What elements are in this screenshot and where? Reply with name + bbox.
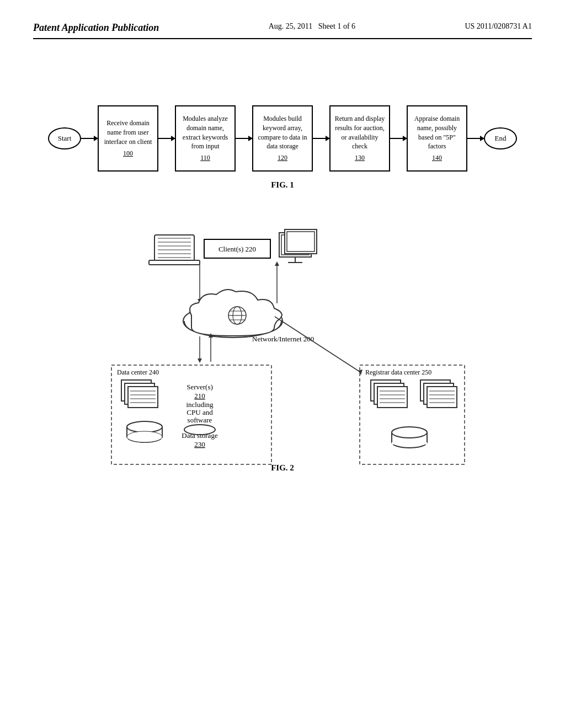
box110-ref: 110 (200, 153, 210, 163)
arrow-3 (236, 138, 252, 139)
box130-text: Return and display results for auction, … (334, 114, 386, 151)
fig1-label: FIG. 1 (271, 180, 294, 190)
svg-point-52 (127, 431, 162, 442)
svg-text:Client(s) 220: Client(s) 220 (218, 245, 256, 253)
page: Patent Application Publication Aug. 25, … (0, 0, 565, 728)
end-label: End (495, 134, 507, 143)
flow-box-100: Receive domain name from user interface … (98, 105, 158, 172)
fig1-section: Start Receive domain name from user inte… (33, 105, 532, 190)
header-title: Patent Application Publication (33, 22, 159, 34)
box130-ref: 130 (355, 153, 365, 163)
flow-box-120: Modules build keyword array, compare to … (252, 105, 313, 172)
flow-box-130: Return and display results for auction, … (329, 105, 390, 172)
header-patent-number: US 2011/0208731 A1 (465, 22, 532, 31)
header-center: Aug. 25, 2011 Sheet 1 of 6 (269, 22, 355, 31)
svg-rect-15 (287, 232, 315, 251)
arrow-5 (390, 138, 407, 139)
svg-text:software: software (188, 416, 212, 424)
fig2-diagram: Client(s) 220 (89, 223, 476, 454)
svg-text:Server(s): Server(s) (186, 383, 213, 391)
fig2-label: FIG. 2 (271, 463, 294, 473)
box100-text: Receive domain name from user interface … (102, 119, 154, 146)
start-label: Start (58, 134, 72, 143)
arrow-2 (158, 138, 175, 139)
svg-text:CPU and: CPU and (186, 408, 213, 416)
box140-ref: 140 (432, 153, 442, 163)
svg-point-51 (127, 421, 162, 432)
svg-text:210: 210 (194, 392, 205, 400)
svg-marker-33 (198, 358, 202, 363)
header: Patent Application Publication Aug. 25, … (33, 22, 532, 39)
svg-point-82 (392, 427, 427, 438)
svg-rect-1 (149, 260, 200, 265)
fig1-flow: Start Receive domain name from user inte… (48, 105, 517, 172)
svg-text:Registrar data center 250: Registrar data center 250 (365, 368, 431, 376)
svg-text:Data center 240: Data center 240 (117, 368, 159, 376)
box110-text: Modules analyze domain name, extract key… (179, 114, 231, 151)
svg-point-61 (184, 425, 215, 435)
box120-ref: 120 (278, 153, 287, 163)
svg-marker-19 (275, 261, 279, 266)
svg-rect-42 (128, 387, 158, 408)
svg-text:230: 230 (194, 440, 205, 448)
svg-rect-66 (377, 387, 407, 408)
arrow-6 (467, 138, 484, 139)
end-oval: End (484, 127, 517, 149)
arrow-4 (313, 138, 329, 139)
svg-rect-73 (427, 387, 457, 408)
box120-text: Modules build keyword array, compare to … (257, 114, 308, 151)
box140-text: Appraise domain name, possibly based on … (411, 114, 463, 151)
flow-box-140: Appraise domain name, possibly based on … (407, 105, 467, 172)
svg-text:including: including (186, 400, 214, 409)
box100-ref: 100 (123, 149, 133, 158)
flow-box-110: Modules analyze domain name, extract key… (175, 105, 236, 172)
fig2-section: Client(s) 220 (33, 223, 532, 473)
start-oval: Start (48, 127, 81, 149)
arrow-1 (81, 138, 98, 139)
svg-line-36 (275, 317, 360, 372)
